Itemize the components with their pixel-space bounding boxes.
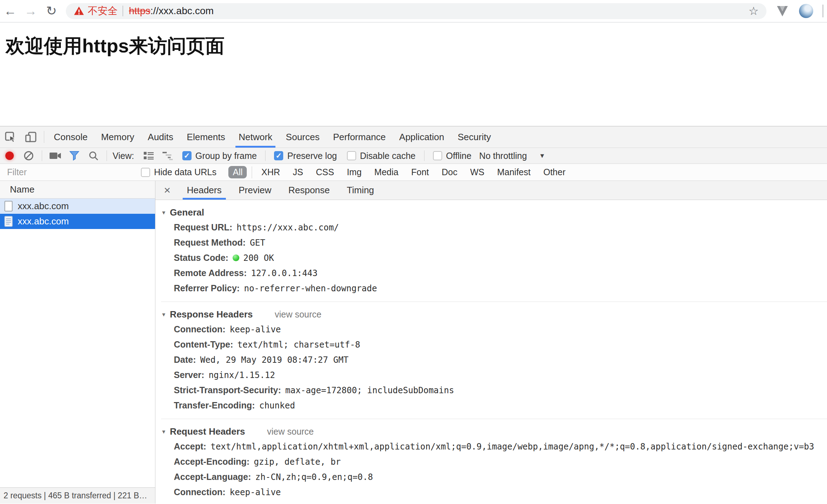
warning-triangle-icon[interactable] [74,6,84,16]
url-text: ://xxx.abc.com [150,5,214,17]
header-value: text/html,application/xhtml+xml,applicat… [211,442,814,452]
inspect-element-icon[interactable] [0,131,21,143]
filter-type-manifest[interactable]: Manifest [493,166,535,178]
header-name: Referrer Policy: [174,283,240,293]
header-value: text/html; charset=utf-8 [238,340,360,350]
network-filterbar: Hide data URLs AllXHRJSCSSImgMediaFontDo… [0,164,827,181]
section-title[interactable]: Request Headers [170,426,245,437]
tab-performance[interactable]: Performance [326,126,393,148]
toolbar-sep [424,150,424,161]
checkbox-icon [347,151,356,160]
detail-tab-headers[interactable]: Headers [178,181,230,200]
chevron-down-icon[interactable]: ▼ [539,152,545,160]
request-row[interactable]: xxx.abc.com [0,214,155,229]
name-column-header[interactable]: Name [0,181,155,199]
header-name: Status Code: [174,253,228,263]
hide-data-urls-label: Hide data URLs [154,167,216,177]
device-toolbar-icon[interactable] [21,131,41,143]
request-name: xxx.abc.com [18,216,69,227]
header-row: Server: nginx/1.15.12 [161,367,827,383]
tab-application[interactable]: Application [393,126,451,148]
header-row: Date: Wed, 29 May 2019 08:47:27 GMT [161,352,827,367]
tab-security[interactable]: Security [451,126,498,148]
filter-funnel-icon[interactable] [65,150,84,161]
header-value: chunked [259,401,295,411]
filter-type-css[interactable]: CSS [312,166,338,178]
disclosure-triangle-icon[interactable]: ▼ [161,311,166,317]
reload-icon[interactable]: ↻ [41,0,62,22]
filter-type-js[interactable]: JS [289,166,307,178]
filter-type-media[interactable]: Media [370,166,403,178]
header-value: Wed, 29 May 2019 08:47:27 GMT [200,355,349,365]
filter-input[interactable] [6,167,128,178]
filter-type-img[interactable]: Img [343,166,366,178]
header-row: Accept: text/html,application/xhtml+xml,… [161,439,827,454]
header-row: Referrer Policy: no-referrer-when-downgr… [161,281,827,296]
close-icon[interactable]: × [155,184,178,197]
header-name: Request URL: [174,222,232,233]
checkbox-icon: ✓ [182,151,192,160]
extension-v-icon[interactable] [775,4,790,18]
request-row[interactable]: xxx.abc.com [0,199,155,214]
back-icon[interactable]: ← [0,0,21,22]
header-row: Host: xxx.abc.com [161,500,827,504]
view-source-link[interactable]: view source [275,309,321,320]
header-row: Transfer-Encoding: chunked [161,398,827,413]
filter-type-other[interactable]: Other [539,166,570,178]
filter-type-xhr[interactable]: XHR [257,166,284,178]
header-name: Date: [174,355,196,365]
waterfall-view-icon[interactable] [158,151,177,160]
address-bar[interactable]: 不安全 https ://xxx.abc.com ☆ [66,3,766,19]
clear-icon[interactable] [19,150,38,161]
tab-console[interactable]: Console [47,126,94,148]
detail-tab-timing[interactable]: Timing [338,181,383,200]
detail-tab-response[interactable]: Response [280,181,338,200]
filter-type-doc[interactable]: Doc [437,166,461,178]
header-value: nginx/1.15.12 [209,370,275,380]
header-name: Accept-Encoding: [174,457,250,467]
header-name: Accept: [174,441,206,452]
header-row: Request Method: GET [161,235,827,250]
filter-type-font[interactable]: Font [407,166,433,178]
header-value: https://xxx.abc.com/ [236,223,339,233]
tabbar-divider [44,131,44,143]
list-view-icon[interactable] [139,151,158,161]
section-title[interactable]: General [170,207,204,218]
tab-elements[interactable]: Elements [180,126,232,148]
section-title[interactable]: Response Headers [170,309,253,320]
tab-sources[interactable]: Sources [279,126,326,148]
checkbox-label: Group by frame [195,151,257,161]
tab-network[interactable]: Network [232,126,279,148]
filter-type-all[interactable]: All [228,166,247,178]
group-by-frame-checkbox[interactable]: ✓Group by frame [182,151,257,161]
filmstrip-camera-icon[interactable] [46,151,65,160]
profile-avatar[interactable] [799,4,813,18]
header-name: Strict-Transport-Security: [174,385,281,395]
bookmark-star-icon[interactable]: ☆ [748,4,759,18]
throttling-select[interactable]: No throttling [479,151,527,161]
security-status-label[interactable]: 不安全 [88,4,118,18]
search-icon[interactable] [84,150,103,161]
disclosure-triangle-icon[interactable]: ▼ [161,429,166,435]
headers-content: ▼ General Request URL: https://xxx.abc.c… [155,200,827,504]
document-icon [4,201,13,212]
tab-audits[interactable]: Audits [141,126,180,148]
hide-data-urls-checkbox[interactable]: Hide data URLs [141,167,216,177]
page-title: 欢迎使用https来访问页面 [6,33,827,126]
document-icon [4,216,13,227]
forward-icon[interactable]: → [21,0,41,22]
filter-type-ws[interactable]: WS [466,166,489,178]
disclosure-triangle-icon[interactable]: ▼ [161,210,166,216]
headers-section: ▼ General Request URL: https://xxx.abc.c… [161,200,827,302]
preserve-log-checkbox[interactable]: ✓Preserve log [274,151,337,161]
detail-tab-preview[interactable]: Preview [230,181,280,200]
request-list: xxx.abc.com xxx.abc.com [0,199,155,229]
record-icon[interactable] [0,151,19,160]
view-source-link[interactable]: view source [267,426,314,437]
header-name: Host: [174,502,196,504]
disable-cache-checkbox[interactable]: Disable cache [347,151,416,161]
header-name: Request Method: [174,237,246,248]
tab-memory[interactable]: Memory [94,126,141,148]
offline-checkbox[interactable]: Offline [433,151,472,161]
header-row: Content-Type: text/html; charset=utf-8 [161,337,827,352]
